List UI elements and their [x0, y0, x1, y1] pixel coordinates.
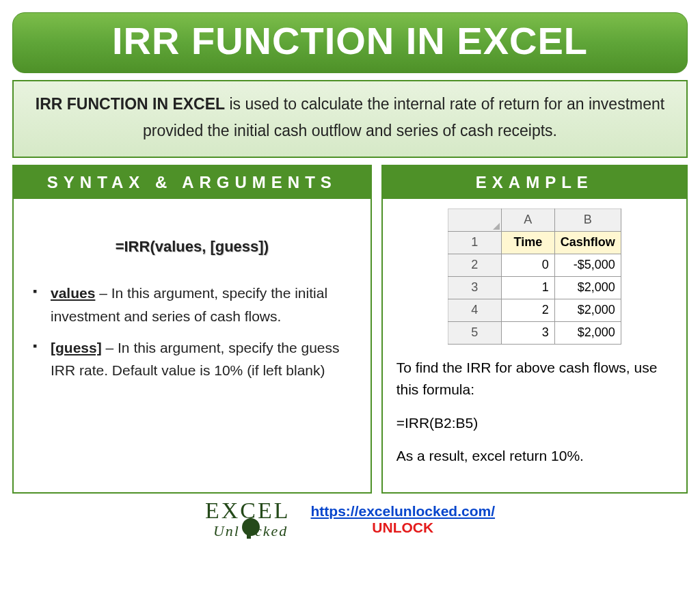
col-header-b: B: [554, 209, 621, 232]
argument-name: [guess]: [51, 340, 102, 355]
excel-table: A B 1 Time Cashflow 2 0 -$5,000 3: [448, 208, 621, 344]
footer-unlock-text: UNLOCK: [310, 520, 495, 536]
argument-item: values – In this argument, specify the i…: [31, 282, 353, 327]
row-header: 3: [448, 276, 501, 299]
syntax-panel: SYNTAX & ARGUMENTS =IRR(values, [guess])…: [12, 165, 372, 494]
example-header: EXAMPLE: [383, 166, 686, 199]
keyhole-icon: [240, 518, 258, 541]
table-cell: 2: [501, 299, 554, 321]
syntax-formula: =IRR(values, [guess]): [31, 234, 353, 258]
logo: E X CEL Unl cked: [205, 498, 291, 541]
example-panel: EXAMPLE A B 1 Time Cashflow 2: [381, 165, 688, 494]
select-all-corner: [448, 209, 501, 232]
table-header-cell: Cashflow: [554, 232, 621, 254]
logo-sub-cked: cked: [255, 522, 288, 540]
table-cell: $2,000: [554, 321, 621, 344]
table-cell: 1: [501, 276, 554, 299]
footer-url-link[interactable]: https://excelunlocked.com/: [310, 503, 495, 519]
content-columns: SYNTAX & ARGUMENTS =IRR(values, [guess])…: [12, 165, 688, 494]
page-title: IRR FUNCTION IN EXCEL: [27, 18, 673, 63]
example-formula: =IRR(B2:B5): [396, 412, 673, 435]
table-header-cell: Time: [501, 232, 554, 254]
table-cell: 3: [501, 321, 554, 344]
example-text: To find the IRR for above cash flows, us…: [396, 357, 673, 468]
table-cell: -$5,000: [554, 254, 621, 276]
row-header: 1: [448, 232, 501, 254]
row-header: 5: [448, 321, 501, 344]
excel-table-wrap: A B 1 Time Cashflow 2 0 -$5,000 3: [396, 208, 673, 344]
footer-links: https://excelunlocked.com/ UNLOCK: [310, 503, 495, 536]
title-banner: IRR FUNCTION IN EXCEL: [12, 12, 688, 73]
row-header: 2: [448, 254, 501, 276]
col-header-a: A: [501, 209, 554, 232]
logo-sub-unl: Unl: [213, 522, 240, 540]
argument-name: values: [51, 285, 95, 301]
example-body: A B 1 Time Cashflow 2 0 -$5,000 3: [383, 199, 686, 492]
description-box: IRR FUNCTION IN EXCEL is used to calcula…: [12, 80, 688, 158]
row-header: 4: [448, 299, 501, 321]
table-cell: 0: [501, 254, 554, 276]
footer: E X CEL Unl cked https://excelunlocked.c…: [12, 498, 688, 541]
table-cell: $2,000: [554, 299, 621, 321]
table-cell: $2,000: [554, 276, 621, 299]
syntax-body: =IRR(values, [guess]) values – In this a…: [14, 199, 371, 405]
example-intro: To find the IRR for above cash flows, us…: [396, 357, 673, 401]
syntax-header: SYNTAX & ARGUMENTS: [14, 166, 371, 199]
argument-item: [guess] – In this argument, specify the …: [31, 336, 353, 382]
description-bold: IRR FUNCTION IN EXCEL: [36, 95, 225, 113]
argument-list: values – In this argument, specify the i…: [31, 282, 353, 381]
example-result: As a result, excel return 10%.: [396, 445, 673, 468]
